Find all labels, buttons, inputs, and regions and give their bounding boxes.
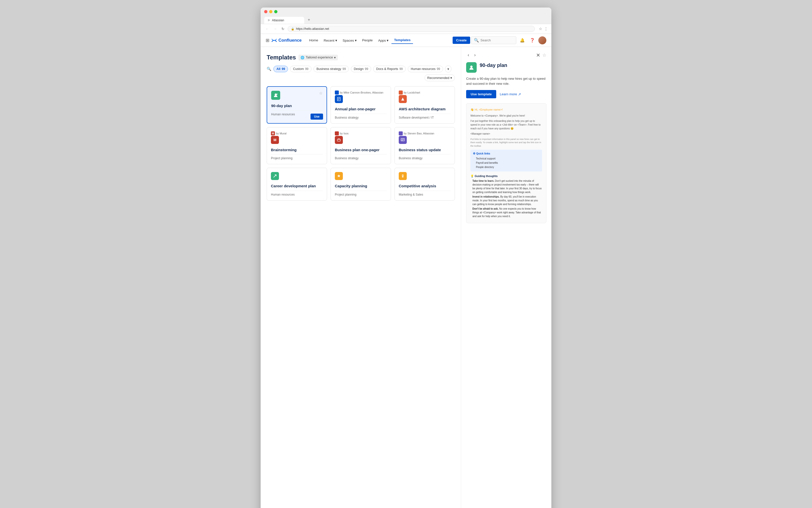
nav-templates[interactable]: Templates <box>392 37 413 44</box>
new-tab-button[interactable]: + <box>305 16 313 24</box>
card-icon-competitive <box>399 172 407 180</box>
card-icon-business-status <box>399 136 407 144</box>
learn-more-label: Learn more <box>500 92 517 96</box>
filter-all[interactable]: All 99 <box>273 66 288 72</box>
menu-button[interactable]: ⋮ <box>544 27 548 31</box>
preview-body1: I've put together this onboarding plan t… <box>470 119 542 130</box>
preview-quick-links: ⚙ ⚙ Quick links Quick links Technical su… <box>470 150 542 171</box>
template-card-capacity[interactable]: Capacity planning Project planning <box>330 168 391 201</box>
filter-search-icon[interactable]: 🔍 <box>267 67 271 71</box>
detail-prev-button[interactable]: ‹ <box>466 52 471 58</box>
template-card-brainstorming[interactable]: M by Mural M Brainstorming Project plann… <box>267 127 327 165</box>
filter-human-resources-count: 99 <box>437 67 440 71</box>
filter-business-strategy[interactable]: Business strategy 99 <box>314 66 349 72</box>
svg-marker-7 <box>401 97 404 100</box>
close-traffic-light[interactable] <box>264 10 267 13</box>
card-icon-brainstorming: M <box>271 136 279 144</box>
card-use-button-90-day[interactable]: Use <box>311 114 323 120</box>
avatar[interactable] <box>538 36 546 44</box>
nav-recent[interactable]: Recent ▾ <box>321 37 340 44</box>
preview-link-tech-support: Technical support <box>476 157 540 161</box>
grid-icon[interactable]: ⊞ <box>266 38 269 43</box>
filter-all-label: All <box>276 67 280 71</box>
card-category-brainstorming: Project planning <box>271 154 323 160</box>
svg-point-20 <box>470 66 473 68</box>
card-category-competitive: Marketing & Sales <box>399 190 451 196</box>
tailored-icon: 🌐 <box>301 56 305 59</box>
confluence-logo[interactable]: Confluence <box>271 38 302 43</box>
create-button[interactable]: Create <box>453 37 470 44</box>
templates-panel: Templates 🌐 Tailored experience ▾ 🔍 All … <box>261 47 461 508</box>
browser-actions: ☆ ⋮ <box>539 27 548 31</box>
card-title-business-plan: Business plan one-pager <box>335 147 387 153</box>
bookmark-button[interactable]: ☆ <box>539 27 542 31</box>
nav-spaces[interactable]: Spaces ▾ <box>340 37 359 44</box>
guiding-icon: 💡 <box>470 174 474 177</box>
svg-line-14 <box>274 175 276 177</box>
use-template-button[interactable]: Use template <box>466 90 496 98</box>
svg-rect-2 <box>276 94 277 95</box>
tailored-arrow: ▾ <box>334 56 336 59</box>
maximize-traffic-light[interactable] <box>274 10 277 13</box>
preview-greeting: 👋 Hi, <Employee name>! <box>470 108 542 112</box>
detail-next-button[interactable]: › <box>473 52 477 58</box>
card-title-90-day: 90-day plan <box>271 103 322 108</box>
template-card-career-dev[interactable]: Career development plan Human resources <box>267 168 327 201</box>
browser-titlebar: 🏳 Atlassian + <box>261 7 551 24</box>
browser-tab[interactable]: 🏳 Atlassian <box>264 17 304 24</box>
template-card-aws[interactable]: by Lucidchart AWS architecture diagram S… <box>395 86 455 124</box>
card-category-annual: Business strategy <box>335 114 387 119</box>
filter-more-button[interactable]: ▾ <box>445 66 451 73</box>
recommended-arrow: ▾ <box>450 76 452 80</box>
card-icon-annual <box>335 95 343 103</box>
detail-close-button[interactable]: ✕ <box>536 52 540 58</box>
template-card-annual-plan[interactable]: by Mike Cannon-Brookes, Atlassian <box>330 86 391 124</box>
templates-header: Templates 🌐 Tailored experience ▾ <box>267 54 455 61</box>
notifications-button[interactable]: 🔔 <box>518 36 526 44</box>
tab-favicon: 🏳 <box>268 19 270 22</box>
filter-business-strategy-label: Business strategy <box>317 67 341 71</box>
card-icon-business-plan <box>335 136 343 144</box>
card-title-aws: AWS architecture diagram <box>399 107 451 112</box>
filter-custom[interactable]: Custom 99 <box>290 66 311 72</box>
address-bar[interactable]: 🔒 https://hello.atlassian.net <box>288 26 535 32</box>
help-button[interactable]: ❓ <box>528 36 536 44</box>
forward-button[interactable]: → <box>272 26 278 32</box>
learn-more-link[interactable]: Learn more ↗ <box>500 92 521 96</box>
back-button[interactable]: ← <box>264 26 270 32</box>
filter-design[interactable]: Design 99 <box>351 66 371 72</box>
url-text: https://hello.atlassian.net <box>296 27 329 31</box>
template-card-business-plan[interactable]: by Isos Business plan one-pager Busines <box>330 127 391 165</box>
card-category-career-dev: Human resources <box>271 190 323 196</box>
nav-search: 🔍 🔔 ❓ <box>471 36 546 44</box>
detail-header: 90-day plan <box>466 62 546 73</box>
detail-star-button[interactable]: ☆ <box>542 52 546 58</box>
search-input[interactable] <box>481 38 513 42</box>
card-title-career-dev: Career development plan <box>271 183 323 188</box>
template-card-competitive[interactable]: Competitive analysis Marketing & Sales <box>395 168 455 201</box>
preview-manager: <Manager name> <box>470 132 542 136</box>
filter-human-resources[interactable]: Human resources 99 <box>408 66 443 72</box>
card-by-aws: by Lucidchart <box>399 90 420 94</box>
tailored-badge[interactable]: 🌐 Tailored experience ▾ <box>299 55 338 60</box>
svg-rect-1 <box>276 94 278 94</box>
search-box[interactable]: 🔍 <box>471 36 516 44</box>
nav-apps[interactable]: Apps ▾ <box>376 37 391 44</box>
browser-window: 🏳 Atlassian + ← → ↻ 🔒 https://hello.atla… <box>261 7 551 508</box>
nav-home[interactable]: Home <box>307 37 321 44</box>
minimize-traffic-light[interactable] <box>269 10 272 13</box>
card-title-business-status: Business status update <box>399 147 451 153</box>
tailored-label: Tailored experience <box>306 56 333 59</box>
recommended-filter[interactable]: Recommended ▾ <box>424 75 455 81</box>
filter-docs-reports[interactable]: Docs & Reports 99 <box>373 66 406 72</box>
card-star-90-day[interactable]: ☆ <box>319 91 322 95</box>
template-card-business-status[interactable]: by Steven Bao, Atlassian <box>395 127 455 165</box>
traffic-lights <box>264 10 548 13</box>
nav-people[interactable]: People <box>360 37 375 44</box>
preview-bullet-2: Invest in relationships. By day 60, you'… <box>472 195 542 206</box>
refresh-button[interactable]: ↻ <box>280 26 286 32</box>
preview-bullet-3: Don't be afraid to ask. No one expects y… <box>472 207 542 218</box>
template-card-90-day-plan[interactable]: ☆ 90-day plan Human resources Use <box>267 86 327 124</box>
detail-preview: 👋 Hi, <Employee name>! Welcome to <Compa… <box>466 103 546 223</box>
detail-title: 90-day plan <box>480 62 507 68</box>
